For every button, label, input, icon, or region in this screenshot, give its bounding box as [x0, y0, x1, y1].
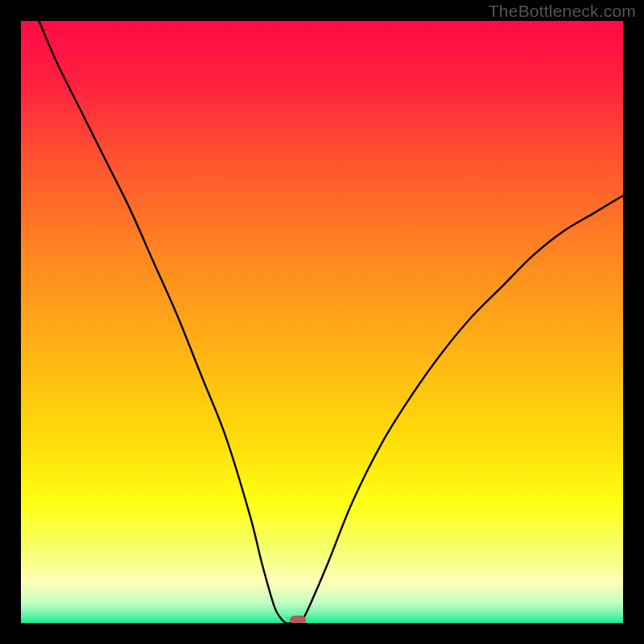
bottleneck-curve	[21, 21, 623, 623]
watermark-text: TheBottleneck.com	[489, 2, 636, 21]
plot-area	[21, 21, 623, 623]
bottleneck-marker	[290, 616, 306, 623]
chart-frame: TheBottleneck.com	[0, 0, 644, 644]
